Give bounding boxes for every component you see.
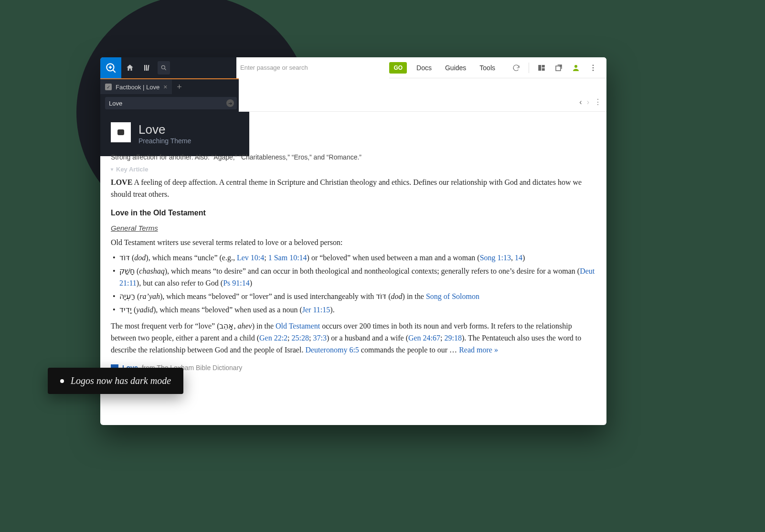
sync-icon[interactable] [509,60,524,75]
article-lead-rest: A feeling of deep affection. A central t… [111,178,582,198]
ref-link[interactable]: Song 1:13 [480,254,511,262]
heading-ot: Love in the Old Testament [111,207,596,219]
svg-line-1 [113,70,115,72]
search-placeholder-text: Enter passage or search [240,64,308,71]
list-item: חָשַׁק (chashaq), which means “to desire… [111,266,596,289]
new-tab-button[interactable]: + [172,80,186,94]
bullet-icon [60,379,64,383]
svg-point-7 [161,65,165,69]
ref-link[interactable]: 37:3 [313,334,326,342]
svg-rect-10 [542,65,545,67]
intro-line: Old Testament writers use several terms … [111,237,596,249]
ref-link[interactable]: Gen 24:67 [408,334,440,342]
menu-tools[interactable]: Tools [479,64,495,72]
factbook-search-row: ➜ [100,95,239,112]
caption-text: Logos now has dark mode [71,375,171,386]
panel-more-icon[interactable]: ⋮ [594,97,602,106]
content-nav-bar [239,78,606,112]
svg-point-18 [593,69,594,71]
content-area: Love Preaching Theme Strong affection fo… [100,112,606,390]
ref-link[interactable]: Lev 10:4 [237,254,264,262]
svg-rect-11 [542,68,545,70]
go-button[interactable]: GO [389,62,407,74]
tab-label: Factbook | Love [116,84,159,91]
ref-link[interactable]: 1 Sam 10:14 [268,254,307,262]
topic-subtitle: Preaching Theme [138,137,191,145]
svg-line-8 [165,68,166,70]
close-icon[interactable]: × [163,83,167,91]
ref-link[interactable]: Deuteronomy 6:5 [305,346,359,354]
search-input[interactable]: Enter passage or search [236,57,389,78]
read-more-link[interactable]: Read more » [459,346,498,354]
ref-link[interactable]: Jer 11:15 [302,306,330,314]
list-item: רַעְיָה (ra’yah), which means “beloved” … [111,291,596,303]
search-icon-button[interactable] [158,61,170,74]
topic-icon [111,122,131,142]
svg-rect-9 [538,65,541,71]
divider [529,63,529,73]
heading-general: General Terms [111,223,596,234]
list-item: דּוֹד (dod), which means “uncle” (e.g., … [111,252,596,264]
svg-rect-5 [146,65,147,71]
library-icon[interactable] [138,57,156,78]
tab-bar: ✓ Factbook | Love × + [100,78,239,95]
caption-callout: Logos now has dark mode [48,368,183,394]
menu-guides[interactable]: Guides [445,64,466,72]
section-key-article[interactable]: Key Article [111,166,596,173]
toolbar-right [509,60,606,75]
popout-icon[interactable] [551,60,566,75]
tab-factbook[interactable]: ✓ Factbook | Love × [100,80,172,94]
svg-rect-6 [148,64,149,70]
ref-link[interactable]: Old Testament [276,322,320,330]
home-icon[interactable] [121,57,138,78]
article-body: LOVE A feeling of deep affection. A cent… [111,177,596,381]
svg-point-15 [574,65,577,68]
topic-title: Love [138,122,191,137]
layout-icon[interactable] [534,60,549,75]
ref-link[interactable]: 29:18 [445,334,462,342]
nav-back-icon[interactable]: ‹ [579,98,582,106]
topic-description: Strong affection for another. Also: “Aga… [111,153,596,161]
menu-docs[interactable]: Docs [416,64,432,72]
ref-link[interactable]: Gen 22:2 [259,334,287,342]
ref-link[interactable]: Song of Solomon [426,292,479,300]
topic-header-dark: Love Preaching Theme [100,112,249,156]
factbook-search-input[interactable] [105,97,237,109]
article-lead-word: LOVE [111,178,132,186]
ref-link[interactable]: 25:28 [292,334,309,342]
source-row: Love from The Lexham Bible Dictionary [111,363,596,373]
checkbox-icon: ✓ [105,84,112,90]
nav-forward-icon[interactable]: › [587,98,589,106]
svg-point-16 [593,64,594,66]
more-icon[interactable] [585,60,601,75]
ref-link[interactable]: Ps 91:14 [223,279,250,287]
user-icon[interactable] [568,60,584,75]
ref-link[interactable]: 14 [515,254,522,262]
svg-point-17 [593,67,594,68]
svg-rect-4 [144,65,145,71]
toolbar-dark-region [100,57,236,78]
list-item: יָדִיד (yadid), which means “beloved” wh… [111,304,596,316]
main-toolbar: Enter passage or search GO Docs Guides T… [100,57,606,78]
app-logo[interactable] [100,57,121,78]
nav-controls: ‹ › ⋮ [579,97,602,106]
search-go-icon[interactable]: ➜ [226,99,234,107]
